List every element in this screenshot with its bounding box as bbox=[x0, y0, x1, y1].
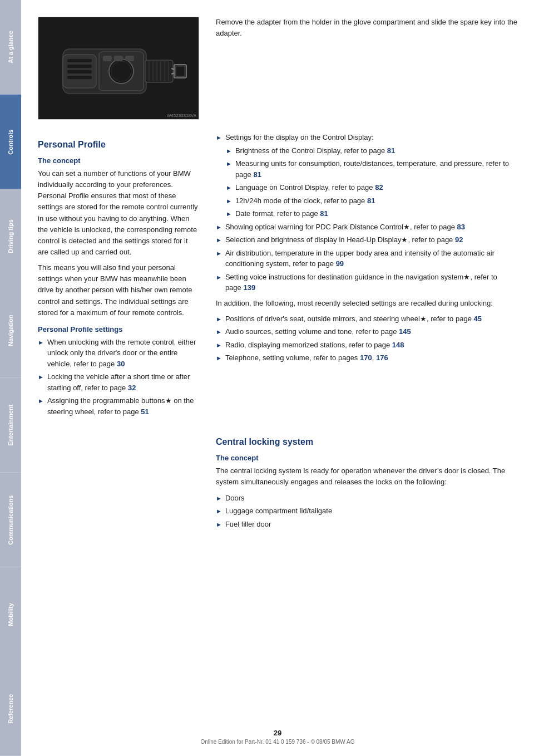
page-link[interactable]: 32 bbox=[128, 384, 136, 392]
sidebar-tab-communications[interactable]: Communications bbox=[0, 473, 21, 567]
central-locking-concept-title: The concept bbox=[216, 454, 517, 462]
bullet-arrow-icon: ► bbox=[226, 183, 232, 193]
concept-text2: This means you will also find your perso… bbox=[38, 262, 199, 318]
list-item: ► Brightness of the Control Display, ref… bbox=[226, 145, 517, 156]
footer-text: Online Edition for Part-Nr. 01 41 0 159 … bbox=[201, 739, 355, 745]
list-item: ► Radio, displaying memorized stations, … bbox=[216, 340, 517, 351]
page-footer: 29 Online Edition for Part-Nr. 01 41 0 1… bbox=[21, 729, 534, 745]
list-item: ► Air distribution, temperature in the u… bbox=[216, 248, 517, 269]
svg-rect-5 bbox=[67, 70, 92, 73]
settings-title: Personal Profile settings bbox=[38, 325, 199, 333]
page-link[interactable]: 81 bbox=[320, 209, 328, 218]
bullet-text: Telephone, setting volume, refer to page… bbox=[225, 352, 388, 364]
sidebar-tab-navigation[interactable]: Navigation bbox=[0, 283, 21, 378]
sidebar-tab-reference[interactable]: Reference bbox=[0, 661, 21, 756]
bullet-arrow-icon: ► bbox=[38, 338, 44, 347]
settings-bullets-left: ► When unlocking with the remote control… bbox=[38, 337, 199, 418]
sidebar-tab-mobility[interactable]: Mobility bbox=[0, 567, 21, 662]
bullet-arrow-icon: ► bbox=[226, 209, 232, 219]
svg-rect-11 bbox=[114, 56, 123, 61]
page-link[interactable]: 81 bbox=[253, 170, 261, 179]
svg-rect-21 bbox=[176, 66, 185, 76]
bullet-arrow-icon: ► bbox=[216, 315, 222, 324]
page-link[interactable]: 176 bbox=[376, 354, 388, 362]
bullet-arrow-icon: ► bbox=[216, 341, 222, 350]
page-link[interactable]: 148 bbox=[392, 341, 404, 349]
list-item: ► Doors bbox=[216, 493, 517, 504]
bullet-text: Language on Control Display, refer to pa… bbox=[235, 182, 383, 193]
sidebar: At a glance Controls Driving tips Naviga… bbox=[0, 0, 21, 756]
page-link[interactable]: 82 bbox=[375, 183, 383, 192]
svg-point-9 bbox=[111, 61, 131, 81]
list-item: ► 12h/24h mode of the clock, refer to pa… bbox=[226, 195, 517, 207]
bullet-text: Brightness of the Control Display, refer… bbox=[235, 145, 395, 156]
bullet-text: Showing optical warning for PDC Park Dis… bbox=[225, 222, 465, 233]
page-link[interactable]: 81 bbox=[367, 197, 375, 205]
addition-bullets: ► Positions of driver's seat, outside mi… bbox=[216, 313, 517, 364]
bullet-arrow-icon: ► bbox=[216, 273, 222, 282]
bullet-arrow-icon: ► bbox=[216, 249, 222, 258]
bullet-arrow-icon: ► bbox=[216, 133, 222, 143]
central-locking-title: Central locking system bbox=[216, 437, 517, 447]
list-item: ► Locking the vehicle after a short time… bbox=[38, 371, 199, 393]
bullet-text: Positions of driver's seat, outside mirr… bbox=[225, 313, 482, 325]
bullet-text: Air distribution, temperature in the upp… bbox=[225, 248, 517, 269]
bullet-arrow-icon: ► bbox=[226, 146, 232, 156]
list-item: ► Setting voice instructions for destina… bbox=[216, 272, 517, 293]
list-item: ► Selection and brightness of display in… bbox=[216, 234, 517, 246]
list-item: ► Telephone, setting volume, refer to pa… bbox=[216, 352, 517, 364]
addition-text: In addition, the following, most recentl… bbox=[216, 298, 517, 309]
remove-text: Remove the adapter from the holder in th… bbox=[216, 17, 517, 39]
page-link[interactable]: 83 bbox=[457, 223, 465, 231]
list-item: ► Showing optical warning for PDC Park D… bbox=[216, 222, 517, 233]
bullet-text: Audio sources, setting volume and tone, … bbox=[225, 326, 411, 337]
bullet-arrow-icon: ► bbox=[216, 494, 222, 503]
sidebar-tab-entertainment[interactable]: Entertainment bbox=[0, 378, 21, 473]
concept-title: The concept bbox=[38, 156, 199, 165]
list-item: ► Luggage compartment lid/tailgate bbox=[216, 505, 517, 517]
bullet-arrow-icon: ► bbox=[38, 372, 44, 382]
svg-rect-13 bbox=[145, 60, 173, 82]
central-locking-right: Central locking system The concept The c… bbox=[216, 427, 517, 534]
car-image-svg bbox=[46, 27, 191, 110]
settings-bullets-right: ► Settings for the display on the Contro… bbox=[216, 132, 517, 293]
page-link[interactable]: 139 bbox=[243, 283, 255, 292]
central-locking-concept-text: The central locking system is ready for … bbox=[216, 465, 517, 488]
concept-text1: You can set a number of functions of you… bbox=[38, 168, 199, 258]
bullet-arrow-icon: ► bbox=[226, 159, 232, 169]
car-image-box: W45230318VA bbox=[38, 17, 199, 120]
bullet-text: Doors bbox=[225, 493, 245, 504]
list-item: ► Assigning the programmable buttons★ on… bbox=[38, 395, 199, 417]
bullet-text: Measuring units for consumption, route/d… bbox=[235, 158, 517, 180]
page-link[interactable]: 145 bbox=[399, 327, 411, 336]
central-locking-left bbox=[38, 427, 199, 534]
bullet-arrow-icon: ► bbox=[216, 223, 222, 232]
sidebar-tab-at-a-glance[interactable]: At a glance bbox=[0, 0, 21, 95]
bullet-arrow-icon: ► bbox=[216, 520, 222, 529]
sidebar-tab-driving-tips[interactable]: Driving tips bbox=[0, 189, 21, 284]
central-locking-section: Central locking system The concept The c… bbox=[38, 427, 517, 534]
page-link[interactable]: 30 bbox=[117, 360, 125, 368]
bullet-text: Radio, displaying memorized stations, re… bbox=[225, 340, 404, 351]
bullet-arrow-icon: ► bbox=[38, 396, 44, 406]
right-column: ► Settings for the display on the Contro… bbox=[216, 130, 517, 421]
page-link[interactable]: 51 bbox=[141, 408, 149, 416]
page-link[interactable]: 99 bbox=[336, 259, 344, 268]
page-link[interactable]: 92 bbox=[455, 235, 463, 244]
svg-rect-4 bbox=[67, 65, 92, 68]
page-link[interactable]: 170 bbox=[360, 354, 372, 362]
bullet-arrow-icon: ► bbox=[216, 354, 222, 363]
bullet-text: Fuel filler door bbox=[225, 519, 271, 530]
top-section: W45230318VA Remove the adapter from the … bbox=[38, 17, 517, 120]
bullet-text: Setting voice instructions for destinati… bbox=[225, 272, 517, 293]
bullet-arrow-icon: ► bbox=[226, 197, 232, 206]
central-locking-bullets: ► Doors ► Luggage compartment lid/tailga… bbox=[216, 493, 517, 530]
bullet-text: When unlocking with the remote control, … bbox=[47, 337, 199, 370]
bullet-text: 12h/24h mode of the clock, refer to page… bbox=[235, 195, 375, 207]
car-image-inner bbox=[38, 17, 199, 119]
list-item: ► Settings for the display on the Contro… bbox=[216, 132, 517, 143]
svg-rect-6 bbox=[67, 76, 92, 79]
sidebar-tab-controls[interactable]: Controls bbox=[0, 95, 21, 189]
page-link[interactable]: 81 bbox=[387, 146, 395, 155]
page-link[interactable]: 45 bbox=[473, 315, 481, 323]
